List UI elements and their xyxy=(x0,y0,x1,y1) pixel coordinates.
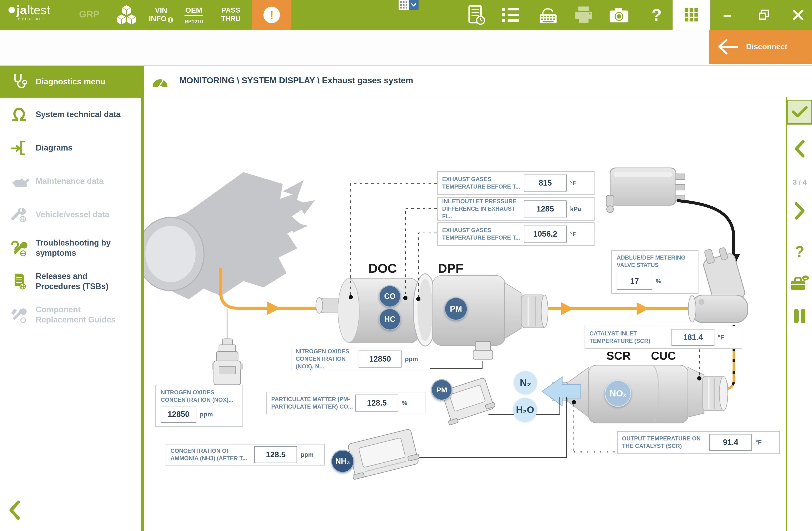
grp-label: GRP xyxy=(79,9,99,19)
sidebar-divider xyxy=(141,66,144,531)
measurement-nox-before: NITROGEN OXIDES CONCENTRATION (NOX)... 1… xyxy=(155,385,243,427)
passthru-button[interactable]: PASS THRU xyxy=(221,6,241,23)
touch-keyboard-widget[interactable] xyxy=(398,0,419,10)
sidebar-item-troubleshooting[interactable]: Troubleshooting by symptoms xyxy=(0,231,141,265)
restore-icon[interactable] xyxy=(750,0,778,30)
sidebar-item-releases-procedures[interactable]: Releases and Procedures (TSBs) xyxy=(0,265,141,298)
measurement-value[interactable]: 128.5 xyxy=(356,394,398,412)
arrow-left-icon xyxy=(717,38,739,55)
nh3-badge: NH₃ xyxy=(331,450,354,473)
list-icon[interactable] xyxy=(495,0,526,30)
nox-badge: NOₓ xyxy=(605,380,631,407)
sidebar-item-diagnostics-menu[interactable]: Diagnostics menu xyxy=(0,66,141,98)
sidebar-item-label: Maintenance data xyxy=(36,176,103,186)
h2o-bubble: H₂O xyxy=(513,398,537,422)
page-indicator: 3 / 4 xyxy=(787,178,812,186)
sidebar-item-diagrams[interactable]: Diagrams xyxy=(0,131,141,164)
pm-sensor-badge: PM xyxy=(431,379,452,401)
cuc-label: CUC xyxy=(641,349,686,362)
measurement-value[interactable]: 1056.2 xyxy=(524,226,567,243)
measurement-value[interactable]: 1285 xyxy=(524,200,567,217)
sidebar-item-vehicle-vessel-data: Vehicle/vessel data xyxy=(0,198,141,231)
cubes-icon[interactable] xyxy=(111,0,142,30)
measurement-value[interactable]: 12850 xyxy=(359,350,402,368)
sidebar-item-label: Component Replacement Guides xyxy=(36,305,129,325)
measurement-value[interactable]: 17 xyxy=(617,273,652,290)
grid-menu-button[interactable] xyxy=(672,0,710,30)
printer-icon[interactable] xyxy=(568,0,600,30)
vin-line2: INFO xyxy=(149,14,166,23)
oilcan-icon xyxy=(9,172,29,191)
measurement-unit: °F xyxy=(714,334,737,341)
chevron-down-icon xyxy=(409,0,419,10)
sidebar-item-label: Vehicle/vessel data xyxy=(36,210,109,220)
sidebar-item-label: System technical data xyxy=(36,110,120,120)
right-toolbar-divider xyxy=(786,97,787,531)
next-page-button[interactable] xyxy=(787,201,812,221)
keyboard-icon[interactable] xyxy=(532,0,564,30)
adblue-supply-module-illustration xyxy=(606,168,685,213)
measurement-adblue-valve-status: ADBLUE/DEF METERING VALVE STATUS 17 % xyxy=(611,250,698,294)
disconnect-button[interactable]: Disconnect xyxy=(709,30,812,64)
doc-dpf-illustration xyxy=(316,274,548,346)
help-icon[interactable]: ? xyxy=(641,0,672,30)
logo-byline: BYCOJALI xyxy=(18,17,50,21)
prev-page-button[interactable] xyxy=(787,139,812,159)
measurement-ammonia: CONCENTRATION OF AMMONIA (NH3) (AFTER T.… xyxy=(165,444,325,465)
oem-rp1210-button[interactable]: OEM RP1210 xyxy=(185,6,203,26)
collapse-sidebar-button[interactable] xyxy=(8,500,23,520)
document-globe-icon xyxy=(9,272,29,291)
globe-icon xyxy=(168,17,173,23)
measurement-nox-after: NITROGEN OXIDES CONCENTRATION (NOX), N..… xyxy=(291,348,430,370)
warning-icon: ! xyxy=(263,6,280,23)
nox-sensor-2-illustration xyxy=(473,341,493,359)
co-badge: CO xyxy=(379,285,401,307)
measurement-value[interactable]: 91.4 xyxy=(709,434,752,451)
measurement-unit: °F xyxy=(752,439,775,446)
measurement-value[interactable]: 181.4 xyxy=(671,329,714,346)
minimize-icon[interactable] xyxy=(714,0,741,30)
diagram-icon xyxy=(9,139,29,157)
toolbox-button[interactable] xyxy=(787,272,812,295)
nh3-ecu-module-illustration xyxy=(345,428,420,479)
measurement-inlet-outlet-pressure: INLET/OUTLET PRESSURE DIFFERENCE IN EXHA… xyxy=(437,197,595,221)
close-icon[interactable] xyxy=(784,0,812,30)
passthru-line2: THRU xyxy=(221,14,241,23)
measurement-label: CONCENTRATION OF AMMONIA (NH3) (AFTER T.… xyxy=(171,447,254,462)
vin-info-button[interactable]: VIN INFO xyxy=(149,6,173,23)
exhaust-clean-arrow xyxy=(542,377,581,406)
measurement-unit: ppm xyxy=(402,356,424,363)
sidebar-item-maintenance-data: Maintenance data xyxy=(0,164,141,198)
measurement-unit: ppm xyxy=(297,451,320,458)
confirm-check-button[interactable] xyxy=(787,100,812,125)
measurement-label: EXHAUST GASES TEMPERATURE BEFORE T... xyxy=(442,176,524,190)
breadcrumb-bar xyxy=(0,30,812,66)
help-button[interactable]: ? xyxy=(787,240,812,263)
measurement-value[interactable]: 12850 xyxy=(161,406,197,423)
measurement-label: EXHAUST GASES TEMPERATURE BEFORE T... xyxy=(442,227,524,242)
omega-icon xyxy=(9,106,29,124)
measurement-label: NITROGEN OXIDES CONCENTRATION (NOX), N..… xyxy=(296,348,359,370)
passthru-line1: PASS xyxy=(221,6,241,14)
measurement-unit: % xyxy=(398,400,421,407)
pause-button[interactable] xyxy=(787,304,812,328)
measurement-label: OUTPUT TEMPERATURE ON THE CATALYST (SCR) xyxy=(622,435,709,450)
wrench-globe-icon xyxy=(9,205,29,224)
measurement-value[interactable]: 815 xyxy=(524,174,567,191)
measurement-unit: % xyxy=(652,278,675,285)
chevron-left-icon xyxy=(793,140,806,158)
pause-icon xyxy=(792,307,807,325)
sidebar-item-system-technical-data[interactable]: System technical data xyxy=(0,98,141,131)
warning-button[interactable]: ! xyxy=(252,0,291,30)
help-glyph: ? xyxy=(795,243,804,260)
report-icon[interactable] xyxy=(460,0,492,30)
measurement-unit: °F xyxy=(567,180,590,187)
measurement-value[interactable]: 128.5 xyxy=(254,446,297,463)
sidebar-item-component-replacement: Component Replacement Guides xyxy=(0,298,141,331)
logo-text-bold: jal xyxy=(17,4,30,16)
jaltest-logo[interactable]: jaltest BYCOJALI xyxy=(9,4,50,21)
doc-label: DOC xyxy=(359,261,406,276)
oem-line1: OEM xyxy=(185,6,203,16)
camera-icon[interactable] xyxy=(603,0,635,30)
measurement-unit: ppm xyxy=(197,411,219,418)
